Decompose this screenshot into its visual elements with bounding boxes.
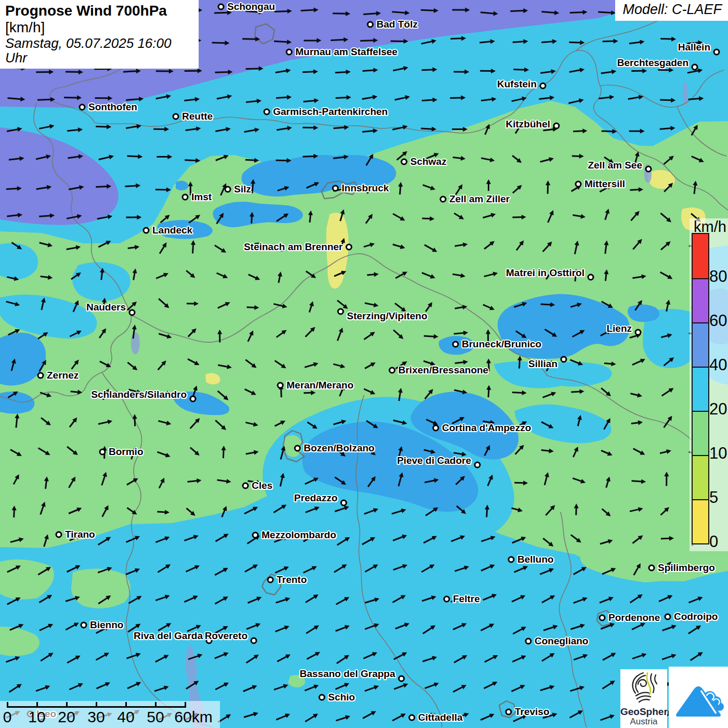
legend-tick-label: 80 [709,267,727,286]
legend-tick-label: 5 [709,488,718,507]
city-label: Schio [328,692,355,703]
city-marker [409,714,415,721]
scale-bar-tick [96,702,97,708]
city-label: Feltre [453,593,480,605]
scale-bar-label: 30 [87,708,105,726]
map-title-unit: [km/h] [5,19,45,35]
city-label: Rovereto [205,630,248,642]
city-label: Belluno [517,554,554,565]
city-label: Codroipo [674,611,718,622]
city-label: Zernez [47,370,79,381]
city-label: Mittersill [584,178,625,190]
city-marker [332,185,339,192]
city-marker [367,21,374,28]
city-marker [286,49,293,56]
city-label: Landeck [152,225,192,236]
model-label-box: Modell: C-LAEF [615,0,728,21]
city-label: Pordenone [608,612,660,623]
map-title: Prognose Wind 700hPa [km/h] [5,3,193,36]
city-marker [277,382,284,389]
mountain-cloud-icon [672,671,724,723]
wind-speed-legend: km/h 806040201050 [690,218,728,551]
city-marker [474,462,481,469]
city-marker [433,425,439,432]
city-label: Schlanders/Silandro [91,389,187,400]
legend-tick-label: 60 [709,311,727,330]
city-marker [599,615,606,621]
city-label: Garmisch-Partenkirchen [273,106,388,118]
geosphere-country: Austria [620,717,667,726]
city-marker [190,396,197,402]
city-label: Sonthofen [88,101,137,113]
city-label: Sterzing/Vipiteno [347,310,427,322]
city-label: Trento [277,574,307,586]
map-title-text: Prognose Wind 700hPa [5,3,167,19]
city-marker [81,622,87,629]
city-label: Bormio [109,446,144,458]
city-marker [665,614,671,620]
legend-segment [693,455,708,499]
city-label: Tirano [65,529,95,540]
scale-bar-tick [36,702,38,708]
city-marker [129,309,136,316]
city-marker [264,109,270,115]
scale-bar-label: 60km [174,708,212,726]
city-marker [525,638,532,645]
city-label: Silz [234,184,251,195]
legend-segment [693,278,708,322]
city-label: Spilimbergo [658,562,715,574]
legend-segment [693,322,708,367]
city-marker [56,531,62,538]
city-marker [575,181,582,188]
city-marker [389,367,396,374]
city-label: Schongau [227,1,275,12]
city-label: Nauders [86,302,126,313]
city-marker [337,308,344,315]
city-label: Berchtesgaden [617,57,688,69]
city-marker [561,356,567,363]
city-label: Bienno [90,619,123,631]
city-label: Bassano del Grappa [300,668,395,680]
city-label: Predazzo [294,492,337,504]
city-marker [37,372,44,379]
city-marker [540,83,547,89]
city-label: Pieve di Cadore [397,455,471,466]
city-marker [505,709,512,716]
scale-bar-label: 40 [117,708,134,726]
geosphere-logo-panel: GeoSphere Austria [620,669,667,728]
city-label: Bruneck/Brunico [462,339,541,350]
city-marker [225,186,231,193]
city-marker [588,274,594,281]
city-label: Mezzolombardo [262,529,336,541]
legend-segment [693,234,708,278]
city-marker [452,341,459,348]
city-label: Lienz [606,323,632,334]
scale-bar-tick [155,702,157,708]
city-marker [346,244,353,251]
map-title-box: Prognose Wind 700hPa [km/h] Samstag, 05.… [0,0,199,69]
city-marker [553,123,560,129]
city-label: Sillian [528,358,557,370]
legend-segment [693,499,708,543]
city-label: Bozen/Bolzano [304,443,374,454]
city-marker [635,329,642,336]
city-marker [645,166,652,173]
city-marker [251,638,257,644]
city-marker [341,500,347,506]
city-label: Hallein [678,42,710,53]
city-marker [401,159,408,165]
city-marker [692,64,698,71]
city-label: Reutte [182,111,213,122]
city-label: Riva del Garda [134,630,203,642]
city-marker [99,449,106,456]
city-marker [267,577,274,583]
city-marker [218,4,225,10]
geosphere-org-name: GeoSphere [620,707,667,717]
city-label: Meran/Merano [287,380,354,391]
city-label: Matrei in Osttirol [506,267,584,279]
city-label: Steinach am Brenner [244,241,343,253]
map-scale-bar: 0102030405060km [0,701,220,728]
wind-forecast-map: SchongauBad TölzKemptenMurnau am Staffel… [0,0,728,728]
city-label: Zell am See [588,160,642,171]
mountain-cloud-icon-panel [669,667,728,728]
